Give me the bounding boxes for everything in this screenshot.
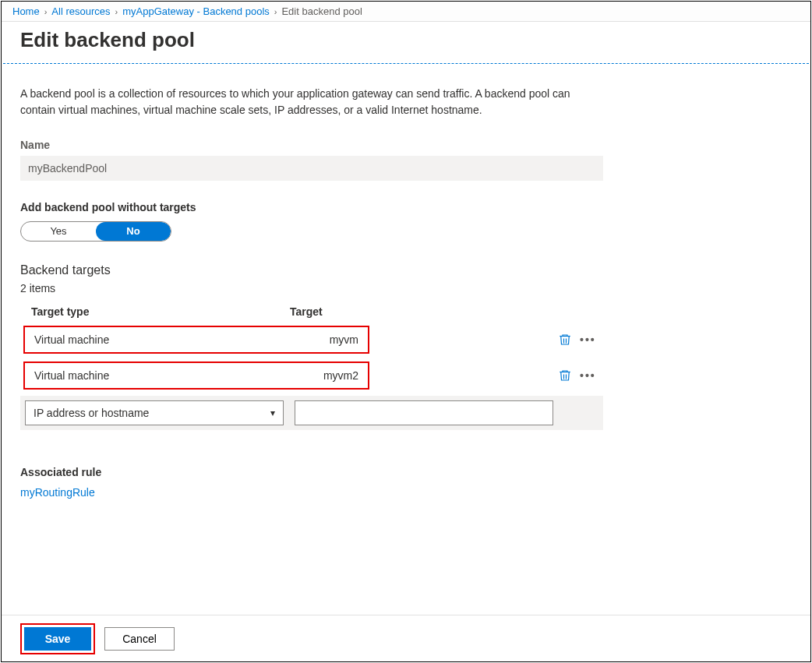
toggle-no[interactable]: No [96,222,171,241]
save-button-highlight: Save [20,623,95,654]
target-name-value: myvm2 [293,369,358,382]
target-name-value: myvm [293,333,358,346]
target-type-value: Virtual machine [34,333,293,346]
col-header-target: Target [290,305,365,318]
save-button[interactable]: Save [24,627,91,651]
targets-count: 2 items [20,282,792,294]
associated-rule-label: Associated rule [20,466,792,478]
target-row: Virtual machine myvm2 ••• [20,360,603,391]
target-row: Virtual machine myvm ••• [20,324,603,355]
without-targets-label: Add backend pool without targets [20,201,792,213]
targets-heading: Backend targets [20,263,792,277]
target-type-select[interactable]: IP address or hostname ▾ [25,400,284,425]
name-input [20,156,603,181]
chevron-right-icon: › [274,7,277,16]
more-icon[interactable]: ••• [580,333,596,346]
breadcrumb-backend-pools[interactable]: myAppGateway - Backend pools [122,5,270,17]
target-value-input[interactable] [295,400,553,425]
more-icon[interactable]: ••• [580,369,596,382]
target-type-select-value: IP address or hostname [34,407,149,419]
cancel-button[interactable]: Cancel [104,627,175,651]
target-type-value: Virtual machine [34,369,293,382]
new-target-row: IP address or hostname ▾ [20,396,603,430]
breadcrumb: Home › All resources › myAppGateway - Ba… [2,2,810,22]
intro-text: A backend pool is a collection of resour… [20,86,605,118]
chevron-right-icon: › [115,7,118,16]
breadcrumb-home[interactable]: Home [12,5,40,17]
page-title: Edit backend pool [20,28,792,52]
without-targets-toggle[interactable]: Yes No [20,221,171,242]
toggle-yes[interactable]: Yes [21,222,96,241]
associated-rule-link[interactable]: myRoutingRule [20,486,95,499]
col-header-type: Target type [31,305,290,318]
breadcrumb-current: Edit backend pool [281,5,362,17]
delete-icon[interactable] [558,333,572,347]
target-entry[interactable]: Virtual machine myvm [23,326,369,354]
name-label: Name [20,139,792,151]
target-entry[interactable]: Virtual machine myvm2 [23,361,369,390]
chevron-down-icon: ▾ [270,407,275,418]
chevron-right-icon: › [44,7,48,16]
delete-icon[interactable] [558,369,572,383]
breadcrumb-all-resources[interactable]: All resources [51,5,110,17]
